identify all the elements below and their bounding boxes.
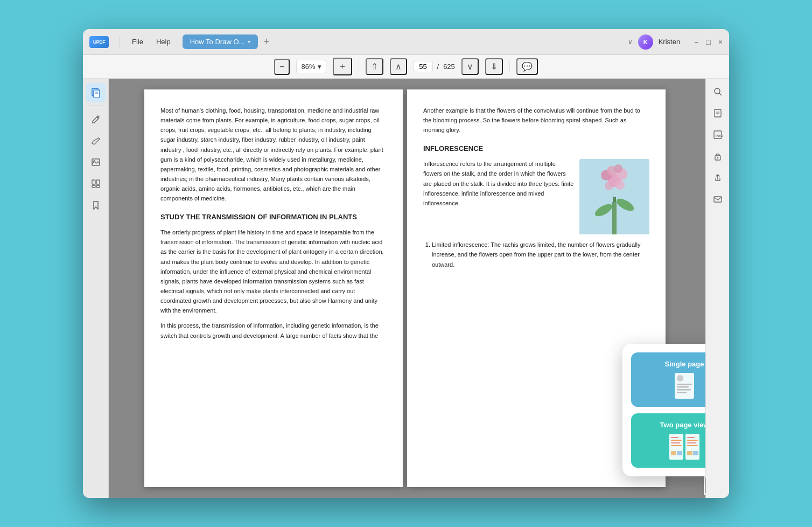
svg-point-72 bbox=[717, 157, 718, 158]
title-bar-right: ∨ K Kristen − □ × bbox=[628, 34, 723, 50]
svg-rect-44 bbox=[687, 442, 696, 443]
zoom-display[interactable]: 86% ▾ bbox=[296, 60, 326, 73]
svg-rect-7 bbox=[96, 180, 100, 184]
nav-first-button[interactable]: ⇑ bbox=[366, 58, 383, 75]
user-avatar: K bbox=[638, 34, 653, 50]
tab-title: How To Draw O... bbox=[190, 38, 245, 46]
pdf-body-text-1: Most of human's clothing, food, housing,… bbox=[160, 106, 387, 203]
svg-rect-6 bbox=[92, 180, 95, 184]
active-tab[interactable]: How To Draw O... ▾ bbox=[183, 34, 258, 49]
svg-rect-45 bbox=[687, 445, 698, 446]
user-name: Kristen bbox=[659, 38, 680, 46]
sidebar-icon-bookmark[interactable] bbox=[86, 196, 106, 215]
svg-text:PDF/A: PDF/A bbox=[716, 134, 723, 137]
zoom-out-button[interactable]: − bbox=[274, 59, 290, 75]
sidebar-icon-image[interactable] bbox=[86, 152, 106, 172]
pdf-intro-text: Another example is that the flowers of t… bbox=[423, 106, 649, 135]
svg-rect-35 bbox=[671, 437, 678, 438]
pdf-inflorescence-heading: INFLORESCENCE bbox=[423, 143, 649, 155]
svg-rect-46 bbox=[687, 451, 692, 455]
two-page-view-icon bbox=[668, 433, 701, 460]
svg-point-22 bbox=[677, 375, 683, 382]
svg-rect-43 bbox=[687, 440, 698, 441]
flower-image bbox=[579, 159, 649, 234]
updf-logo-box: UPDF bbox=[89, 36, 109, 48]
single-page-label: Single page bbox=[665, 360, 704, 368]
single-page-option[interactable]: Single page bbox=[631, 352, 705, 407]
close-button[interactable]: × bbox=[718, 38, 723, 46]
cursor-arrow bbox=[702, 475, 705, 498]
svg-rect-24 bbox=[677, 386, 689, 388]
svg-rect-39 bbox=[671, 451, 676, 455]
search-icon[interactable] bbox=[709, 83, 726, 100]
svg-rect-47 bbox=[693, 451, 698, 455]
app-window: UPDF File Help How To Draw O... ▾ + ∨ K … bbox=[83, 29, 729, 498]
svg-rect-73 bbox=[714, 197, 722, 202]
svg-point-64 bbox=[715, 88, 720, 94]
comment-button[interactable]: 💬 bbox=[516, 58, 538, 75]
updf-logo[interactable]: UPDF bbox=[89, 36, 109, 48]
svg-point-20 bbox=[615, 180, 625, 190]
svg-point-19 bbox=[605, 182, 613, 190]
toolbar-separator-2 bbox=[509, 61, 510, 72]
toolbar-separator-1 bbox=[359, 61, 359, 72]
svg-rect-25 bbox=[677, 389, 691, 391]
pdf-inflorescence-section: Inflorescence refers to the arrangement … bbox=[423, 159, 649, 234]
title-bar: UPDF File Help How To Draw O... ▾ + ∨ K … bbox=[83, 29, 729, 55]
pdf-list-item-1: Limited inflorescence: The rachis grows … bbox=[432, 240, 649, 269]
sidebar-divider-1 bbox=[88, 106, 103, 106]
page-nav: / 625 bbox=[414, 61, 455, 72]
pdf-heading-1: STUDY THE TRANSMISSION OF INFORMATION IN… bbox=[160, 212, 387, 223]
svg-rect-42 bbox=[687, 437, 695, 438]
menu-items: File Help bbox=[127, 36, 176, 48]
sidebar-icon-pages2[interactable] bbox=[86, 174, 106, 193]
single-page-icon bbox=[668, 372, 701, 399]
total-pages: 625 bbox=[443, 63, 455, 71]
svg-rect-8 bbox=[92, 185, 95, 188]
share-icon[interactable] bbox=[709, 169, 726, 186]
mail-icon[interactable] bbox=[709, 191, 726, 208]
pdf-page-left: Most of human's clothing, food, housing,… bbox=[144, 89, 403, 487]
pdfa-icon[interactable]: PDF/A bbox=[709, 126, 726, 143]
pdf-body-text-3: In this process, the transmission of inf… bbox=[160, 321, 387, 340]
nav-prev-button[interactable]: ∧ bbox=[390, 58, 407, 75]
sidebar-icon-annotate[interactable] bbox=[86, 131, 106, 150]
svg-rect-36 bbox=[671, 440, 682, 441]
sidebar-icon-edit[interactable] bbox=[86, 109, 106, 129]
add-tab-button[interactable]: + bbox=[260, 36, 273, 48]
minimize-button[interactable]: − bbox=[694, 38, 698, 46]
chevron-down-icon[interactable]: ∨ bbox=[628, 38, 633, 46]
svg-rect-26 bbox=[677, 392, 687, 393]
svg-rect-38 bbox=[671, 445, 682, 446]
window-controls: − □ × bbox=[694, 38, 723, 46]
svg-rect-23 bbox=[677, 384, 692, 385]
nav-next-button[interactable]: ∨ bbox=[461, 58, 479, 75]
title-separator bbox=[120, 37, 120, 47]
zoom-dropdown-icon[interactable]: ▾ bbox=[318, 63, 321, 71]
menu-file[interactable]: File bbox=[127, 36, 149, 48]
pdf-inflorescence-text: Inflorescence refers to the arrangement … bbox=[423, 159, 574, 229]
document-icon[interactable] bbox=[709, 105, 726, 122]
left-sidebar bbox=[83, 79, 109, 498]
pdf-body-text-2: The orderly progress of plant life histo… bbox=[160, 227, 387, 315]
page-separator: / bbox=[437, 63, 439, 71]
two-page-view-option[interactable]: Two page view bbox=[631, 413, 705, 468]
pdf-list: Limited inflorescence: The rachis grows … bbox=[423, 240, 649, 269]
sidebar-icon-pages[interactable] bbox=[86, 83, 106, 102]
svg-rect-40 bbox=[677, 451, 682, 455]
zoom-level: 86% bbox=[301, 63, 315, 71]
main-area: Most of human's clothing, food, housing,… bbox=[83, 79, 729, 498]
maximize-button[interactable]: □ bbox=[706, 38, 710, 46]
menu-help[interactable]: Help bbox=[151, 36, 176, 48]
svg-rect-11 bbox=[613, 197, 616, 232]
tab-area: How To Draw O... ▾ + bbox=[183, 34, 628, 49]
nav-last-button[interactable]: ⇓ bbox=[485, 58, 503, 75]
lock-icon[interactable] bbox=[709, 148, 726, 165]
right-sidebar: PDF/A bbox=[705, 79, 729, 498]
zoom-in-button[interactable]: ＋ bbox=[333, 58, 352, 75]
page-view-popup: Single page bbox=[622, 344, 705, 476]
current-page-input[interactable] bbox=[414, 61, 433, 72]
svg-rect-37 bbox=[671, 442, 680, 443]
svg-rect-9 bbox=[96, 185, 100, 188]
tab-dropdown-icon[interactable]: ▾ bbox=[248, 39, 250, 45]
